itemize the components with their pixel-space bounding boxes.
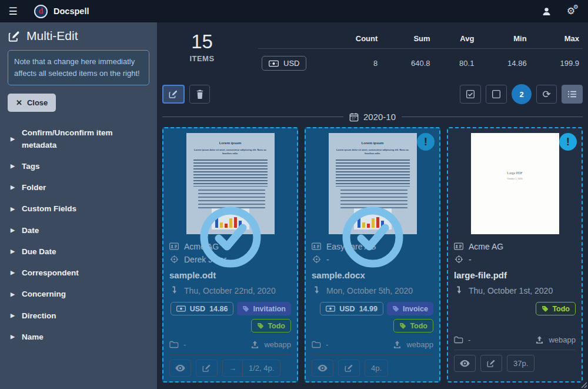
calendar-icon	[349, 112, 359, 122]
tag-icon	[542, 305, 549, 312]
currency-stats-table: CountSumAvgMinMax USD 8640.880.114.86199…	[258, 31, 583, 74]
caret-right-icon: ▶	[11, 269, 15, 277]
refresh-button[interactable]: ⟳	[536, 85, 557, 104]
edit-icon	[8, 30, 21, 42]
select-all-button[interactable]	[460, 85, 481, 104]
sidebar-section-tags[interactable]: ▶Tags	[0, 156, 157, 177]
eye-icon	[318, 364, 328, 372]
item-card[interactable]: ! Lorem ipsumLorem ipsum dolor sit amet,…	[305, 127, 440, 383]
menu-hamburger-icon[interactable]: ☰	[0, 5, 26, 18]
sidebar-sections: ▶Confirm/Unconfirm item metadata▶Tags▶Fo…	[0, 122, 157, 348]
item-source: webapp	[264, 340, 291, 349]
items-count: 15	[162, 32, 242, 52]
preview-button[interactable]	[312, 360, 333, 377]
crosshair-person-icon	[454, 255, 463, 264]
app-logo[interactable]: d Docspell	[34, 5, 89, 18]
edit-item-button[interactable]	[338, 360, 360, 377]
close-button[interactable]: ✕ Close	[8, 94, 56, 112]
edit-item-button[interactable]	[480, 355, 502, 372]
sidebar-section-concerning[interactable]: ▶Concerning	[0, 284, 157, 305]
item-name: sample.odt	[169, 270, 291, 280]
sidebar-section-date[interactable]: ▶Date	[0, 220, 157, 241]
folder-icon	[454, 336, 463, 344]
tag-icon	[242, 305, 249, 312]
item-name: large-file.pdf	[454, 270, 576, 280]
selection-toolbar: 2 ⟳	[162, 84, 583, 104]
caret-right-icon: ▶	[11, 333, 15, 341]
tag-badge[interactable]: Todo	[393, 319, 433, 333]
edit-icon	[202, 364, 211, 373]
refresh-icon: ⟳	[542, 89, 550, 99]
money-icon	[176, 305, 186, 312]
stats-col-header: Sum	[381, 31, 433, 49]
stats-value: 80.1	[434, 49, 478, 75]
sidebar-section-confirm-unconfirm-item-metadata[interactable]: ▶Confirm/Unconfirm item metadata	[0, 122, 157, 156]
list-view-icon	[567, 90, 577, 98]
selected-check-icon	[199, 206, 262, 268]
move-next-button[interactable]: →	[223, 360, 242, 376]
caret-right-icon: ▶	[11, 162, 15, 171]
preview-button[interactable]	[169, 360, 191, 377]
sidebar-section-correspondent[interactable]: ▶Correspondent	[0, 262, 157, 284]
gear-icon[interactable]: ⚙⚙	[567, 6, 575, 16]
item-badges: USD14.99InvoiceTodo	[312, 302, 433, 333]
page-count: 37p.	[507, 355, 534, 371]
pages-group: 37p.	[507, 355, 534, 372]
delete-selected-button[interactable]	[189, 85, 210, 104]
caret-right-icon: ▶	[11, 312, 15, 320]
stats-value: 8	[323, 49, 381, 75]
items-count-label: ITEMS	[162, 54, 242, 63]
sidebar-title: Multi-Edit	[26, 29, 78, 43]
edit-item-button[interactable]	[196, 360, 218, 377]
arrow-down-icon	[312, 286, 321, 295]
tag-icon	[392, 305, 399, 312]
item-date-row: Thu, October 1st, 2020	[454, 285, 576, 295]
edit-icon	[487, 359, 496, 368]
page-count: 4p.	[365, 360, 387, 376]
item-thumbnail: Large PDFOctober 1, 2020	[471, 133, 559, 234]
item-folder: -	[326, 340, 328, 349]
sidebar-section-custom-fields[interactable]: ▶Custom Fields	[0, 198, 157, 220]
checkbox-empty-icon	[492, 89, 501, 99]
currency-badge: USD	[262, 56, 306, 71]
item-date-row: Mon, October 5th, 2020	[312, 285, 433, 295]
multi-edit-sidebar: Multi-Edit Note that a change here immed…	[0, 22, 157, 389]
folder-icon	[312, 341, 321, 348]
crosshair-person-icon	[169, 255, 179, 264]
sidebar-section-direction[interactable]: ▶Direction	[0, 305, 157, 327]
card-grid: Lorem ipsumLorem ipsum dolor sit amet, c…	[162, 127, 583, 383]
edit-icon	[169, 89, 178, 99]
item-date: Thu, October 1st, 2020	[469, 286, 553, 295]
trash-icon	[196, 89, 204, 99]
tag-badge[interactable]: Invoice	[387, 302, 433, 315]
arrow-down-icon	[169, 286, 179, 295]
card-action-bar: 37p.	[454, 350, 576, 372]
edit-selected-button[interactable]	[162, 85, 185, 104]
crosshair-person-icon	[312, 255, 321, 264]
money-icon	[269, 60, 279, 67]
pages-group: → 1/2, 4p.	[222, 360, 280, 377]
item-name: sample.docx	[312, 270, 433, 280]
deselect-all-button[interactable]	[486, 85, 507, 104]
tag-badge[interactable]: Invitation	[237, 302, 291, 315]
item-card[interactable]: Lorem ipsumLorem ipsum dolor sit amet, c…	[162, 127, 298, 383]
tag-badge[interactable]: Todo	[251, 319, 291, 333]
item-source: webapp	[406, 340, 433, 349]
resize-grip[interactable]	[580, 381, 587, 388]
checkbox-checked-icon	[466, 89, 475, 99]
list-view-button[interactable]	[562, 85, 583, 104]
sidebar-section-name[interactable]: ▶Name	[0, 327, 157, 348]
stats-value: 199.9	[530, 49, 583, 75]
selected-count-badge[interactable]: 2	[512, 84, 532, 104]
user-icon[interactable]	[542, 6, 552, 16]
docspell-logo-icon: d	[34, 5, 48, 18]
preview-button[interactable]	[454, 355, 476, 372]
tag-badge[interactable]: Todo	[536, 302, 576, 315]
sidebar-section-folder[interactable]: ▶Folder	[0, 177, 157, 198]
item-groups: 2020-10 Lorem ipsumLorem ipsum dolor sit…	[162, 112, 583, 389]
sidebar-section-due-date[interactable]: ▶Due Date	[0, 241, 157, 262]
tag-icon	[399, 322, 406, 330]
item-folder: -	[183, 340, 186, 349]
item-card[interactable]: ! Large PDFOctober 1, 2020 Acme AG - lar…	[447, 127, 583, 383]
eye-icon	[175, 364, 185, 372]
